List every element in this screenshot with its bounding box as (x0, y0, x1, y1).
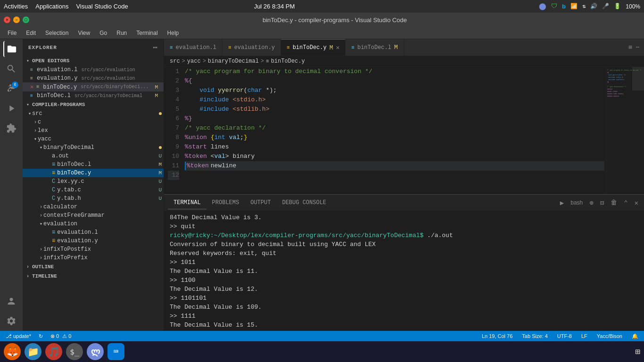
tab-bintodec-l[interactable]: ≡ binToDec.l M (346, 39, 404, 56)
taskbar-terminal[interactable]: $_ (66, 343, 83, 360)
tree-a-out[interactable]: a.out U (23, 152, 164, 160)
tab-output[interactable]: OUTPUT (245, 197, 276, 209)
outline-section[interactable]: › Outline (23, 262, 164, 272)
open-editor-bintodec-l[interactable]: ≡ binToDec.l src/yacc/binaryToDecimal M (23, 91, 164, 100)
activity-search[interactable] (3, 61, 19, 77)
breadcrumb-binaryToDecimal[interactable]: binaryToDecimal (208, 58, 259, 65)
taskbar-files[interactable]: 📁 (25, 343, 41, 360)
terminal-panel: TERMINAL PROBLEMS OUTPUT DEBUG CONSOLE ▶… (164, 194, 644, 331)
tree-y-tab-h[interactable]: C y.tab.h U (23, 194, 164, 203)
breadcrumb-file[interactable]: binToDec.y (271, 58, 305, 65)
menu-help[interactable]: Help (164, 29, 183, 37)
tree-binaryToDecimal[interactable]: ▾ binaryToDecimal (23, 143, 164, 152)
tree-src[interactable]: ▾ src (23, 109, 164, 118)
taskbar-vscode[interactable]: ⌨ (107, 343, 124, 360)
mic-icon[interactable]: 🎤 (602, 3, 609, 10)
status-ln-col[interactable]: Ln 19, Col 76 (480, 333, 514, 339)
tree-bintodec-l[interactable]: ≡ binToDec.l M (23, 160, 164, 169)
taskbar-music[interactable]: 🎵 (45, 343, 62, 360)
tab-evaluation-y[interactable]: ≡ evaluation.y (223, 39, 281, 56)
activity-git[interactable]: 6 (3, 81, 19, 97)
menu-go[interactable]: Go (96, 29, 111, 37)
open-editors-section[interactable]: ▾ Open Editors (23, 56, 164, 66)
open-editor-evaluation-l[interactable]: ≡ evaluation.l src/yacc/evaluation (23, 66, 164, 74)
status-sync[interactable]: ↻ (37, 333, 45, 339)
menu-selection[interactable]: Selection (41, 29, 72, 37)
split-terminal-icon[interactable]: ⊟ (598, 198, 606, 208)
code-content[interactable]: /* yacc program for binary to decimal co… (183, 67, 606, 194)
status-language[interactable]: Yacc/Bison (595, 333, 624, 339)
activity-run[interactable] (3, 100, 19, 116)
datetime: Jul 26 8:34 PM (254, 3, 295, 10)
add-terminal-icon[interactable]: ⊕ (587, 198, 595, 208)
tab-evaluation-l[interactable]: ≡ evaluation.l (164, 39, 223, 56)
tab-debug-console[interactable]: DEBUG CONSOLE (276, 197, 332, 209)
shield-icon[interactable]: 🛡 (551, 3, 557, 10)
menu-view[interactable]: View (74, 29, 94, 37)
status-tab-size[interactable]: Tab Size: 4 (520, 333, 549, 339)
new-terminal-icon[interactable]: ▶ (558, 198, 566, 208)
bing-icon[interactable]: b (562, 3, 566, 10)
tree-eval-y[interactable]: ≡ evaluation.y (23, 237, 164, 245)
activities-btn[interactable]: Activities (4, 3, 28, 10)
vscode-topbar[interactable]: Visual Studio Code (76, 3, 128, 10)
status-errors[interactable]: ⊗ 0 ⚠ 0 (49, 333, 73, 339)
tree-eval-l[interactable]: ≡ evaluation.l (23, 228, 164, 237)
network-icon[interactable]: ⇅ (582, 3, 586, 10)
activity-account[interactable] (3, 293, 19, 309)
tree-evaluation[interactable]: ▾ evaluation (23, 220, 164, 228)
tree-infixToPrefix[interactable]: › infixToPrefix (23, 254, 164, 262)
tab-terminal[interactable]: TERMINAL (168, 197, 206, 209)
app-grid-button[interactable]: ⊞ (635, 346, 640, 357)
tab-close-icon[interactable]: ✕ (336, 44, 340, 51)
activity-explorer[interactable] (3, 41, 19, 57)
tree-yacc[interactable]: ▾ yacc (23, 135, 164, 143)
status-notifications[interactable]: 🔔 (630, 333, 640, 339)
menu-run[interactable]: Run (113, 29, 131, 37)
tree-c[interactable]: › c (23, 118, 164, 126)
tab-problems[interactable]: PROBLEMS (206, 197, 245, 209)
tree-lex[interactable]: › lex (23, 126, 164, 135)
close-panel-icon[interactable]: ✕ (633, 198, 640, 208)
activity-settings[interactable] (3, 313, 19, 329)
editor-area: ≡ evaluation.l ≡ evaluation.y ≡ binToDec… (164, 39, 644, 331)
activity-extensions[interactable] (3, 120, 19, 136)
tree-bintodec-y[interactable]: ≡ binToDec.y M (23, 169, 164, 177)
discord-icon[interactable]: ⬤ (539, 2, 546, 10)
sidebar-header: Explorer ⋯ (23, 39, 164, 56)
split-editor-icon[interactable]: ⊞ (628, 43, 633, 52)
wifi-icon[interactable]: 📶 (570, 3, 578, 10)
applications-btn[interactable]: Applications (35, 3, 68, 10)
minimize-button[interactable]: − (13, 16, 20, 23)
discord-app-icon: ლ (91, 346, 100, 357)
status-update[interactable]: ⎇ update* (4, 333, 33, 339)
timeline-section[interactable]: › Timeline (23, 272, 164, 281)
battery-icon[interactable]: 🔋 (614, 3, 621, 10)
tree-y-tab-c[interactable]: C y.tab.c U (23, 186, 164, 194)
tree-contextFreeGrammar[interactable]: › contextFreeGrammar (23, 211, 164, 220)
taskbar-discord[interactable]: ლ (87, 343, 104, 360)
tree-calculator[interactable]: › calculator (23, 203, 164, 211)
terminal-content[interactable]: 84The Decimal Value is 3. >> quit ricky@… (164, 211, 644, 331)
tree-infixToPostfix[interactable]: › infixToPostfix (23, 245, 164, 254)
compiler-programs-section[interactable]: ▾ Compiler-Programs (23, 100, 164, 109)
more-actions-icon[interactable]: ⋯ (635, 43, 640, 52)
sidebar-more[interactable]: ⋯ (153, 43, 158, 52)
open-editor-bintodec-y[interactable]: ✕ ≡ binToDec.y src/yacc/binaryToDeci... … (23, 82, 164, 91)
breadcrumb-yacc[interactable]: yacc (187, 58, 201, 65)
maximize-button[interactable]: □ (23, 16, 29, 23)
maximize-panel-icon[interactable]: ⌃ (622, 198, 629, 208)
breadcrumb-src[interactable]: src (170, 58, 180, 65)
kill-terminal-icon[interactable]: 🗑 (609, 198, 619, 207)
tree-lex-yy-c[interactable]: C lex.yy.c U (23, 177, 164, 186)
status-encoding[interactable]: UTF-8 (555, 333, 574, 339)
menu-terminal[interactable]: Terminal (132, 29, 161, 37)
volume-icon[interactable]: 🔊 (590, 3, 597, 10)
menu-edit[interactable]: Edit (22, 29, 40, 37)
taskbar-firefox[interactable]: 🦊 (4, 343, 21, 360)
tab-bintodec-y[interactable]: ≡ binToDec.y M ✕ (281, 39, 346, 56)
close-button[interactable]: × (4, 16, 10, 23)
menu-file[interactable]: File (4, 29, 20, 37)
status-line-ending[interactable]: LF (579, 333, 589, 339)
open-editor-evaluation-y[interactable]: ≡ evaluation.y src/yacc/evaluation (23, 74, 164, 82)
